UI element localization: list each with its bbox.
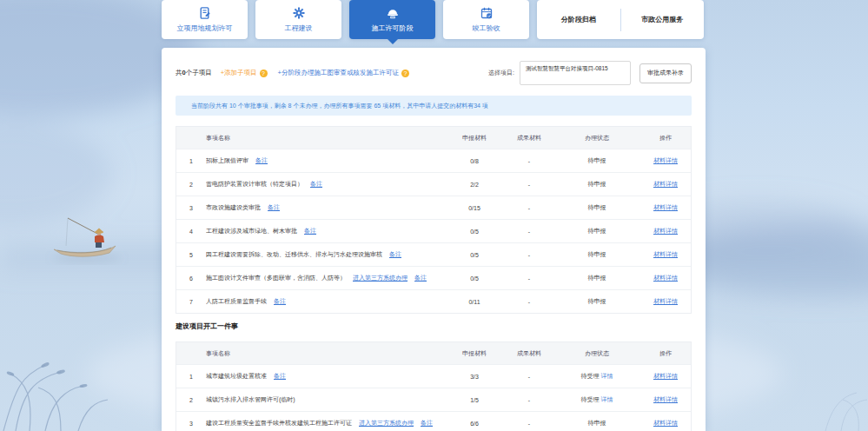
declare-material-count: 3/3	[444, 374, 505, 380]
status-text: 待受理	[581, 373, 600, 379]
item-name-cell: 市政设施建设类审批备注	[206, 203, 444, 212]
calendar-check-icon	[480, 6, 493, 19]
material-detail-link[interactable]: 材料详情	[653, 275, 678, 281]
table-row: 5因工程建设需要拆除、改动、迁移供水、排水与污水处理设施审核备注0/5-待申报材…	[176, 242, 691, 266]
item-name: 雷电防护装置设计审核（特定项目）	[206, 180, 303, 189]
status-text: 待申报	[588, 298, 606, 304]
material-detail-link[interactable]: 材料详情	[653, 251, 678, 257]
help-icon[interactable]: ?	[260, 70, 268, 77]
status-detail-link[interactable]: 详情	[600, 373, 613, 379]
material-detail-link[interactable]: 材料详情	[653, 204, 678, 210]
note-link[interactable]: 备注	[274, 372, 286, 381]
material-detail-link[interactable]: 材料详情	[653, 298, 678, 304]
item-name: 市政设施建设类审批	[206, 203, 261, 212]
status-text: 待申报	[588, 251, 606, 257]
declare-material-count: 6/6	[444, 421, 505, 427]
header-cell-declare: 申报材料	[444, 134, 505, 143]
material-detail-link[interactable]: 材料详情	[653, 157, 678, 163]
gear-icon	[293, 6, 305, 19]
add-subproject-link[interactable]: +添加子项目	[221, 69, 257, 77]
declare-material-count: 1/5	[444, 397, 505, 403]
action-cell: 材料详情	[640, 250, 691, 259]
helmet-icon	[387, 6, 399, 19]
header-cell-status: 办理状态	[553, 134, 640, 143]
toolbar-row: 共0个子项目 +添加子项目 ? +分阶段办理施工图审查或核发施工许可证 ? 选择…	[176, 59, 692, 87]
secondary-tabs: 分阶段归档 市政公用服务	[537, 0, 704, 39]
note-link[interactable]: 备注	[389, 250, 401, 259]
section-title: 建设项目开工一件事	[176, 322, 692, 331]
tab-construction-permit[interactable]: 施工许可阶段	[349, 0, 435, 39]
table-row: 1城市建筑垃圾处置核准备注3/3-待受理 详情材料详情	[176, 364, 691, 388]
material-detail-link[interactable]: 材料详情	[653, 228, 678, 234]
action-cell: 材料详情	[640, 372, 691, 381]
tab-engineering[interactable]: 工程建设	[255, 0, 341, 39]
declare-material-count: 0/5	[444, 229, 505, 235]
row-index: 2	[176, 182, 206, 188]
note-link[interactable]: 备注	[310, 180, 322, 189]
row-index: 4	[176, 229, 206, 235]
doc-edit-icon	[199, 6, 211, 19]
help-icon[interactable]: ?	[401, 70, 409, 77]
table-row: 4工程建设涉及城市绿地、树木审批备注0/5-待申报材料详情	[176, 219, 691, 242]
declare-material-count: 0/15	[444, 205, 505, 211]
note-link[interactable]: 备注	[414, 274, 427, 282]
note-link[interactable]: 备注	[421, 419, 433, 428]
item-name: 建设工程质量安全监督手续并核发建筑工程施工许可证	[206, 419, 352, 428]
status-text: 待申报	[588, 420, 606, 426]
item-name: 招标上限值评审	[206, 156, 248, 165]
result-material-count: -	[505, 421, 553, 427]
item-name-cell: 建设工程质量安全监督手续并核发建筑工程施工许可证进入第三方系统办理备注	[206, 419, 444, 428]
result-material-count: -	[505, 252, 553, 258]
status-cell: 待申报	[553, 274, 640, 282]
result-material-count: -	[505, 158, 553, 164]
row-index: 3	[176, 205, 206, 211]
row-index: 2	[176, 397, 206, 403]
row-index: 1	[176, 374, 206, 380]
tab-completion-acceptance[interactable]: 竣工验收	[443, 0, 529, 39]
status-cell: 待申报	[553, 203, 640, 212]
row-index: 5	[176, 252, 206, 258]
status-text: 待申报	[588, 204, 606, 210]
status-text: 待申报	[588, 228, 606, 234]
tab-label: 工程建设	[285, 23, 313, 33]
project-select-input[interactable]: 测试智慧智慧平台对接项目-0815	[520, 61, 631, 85]
table-header-row: 事项名称申报材料成果材料办理状态操作	[176, 342, 691, 364]
tab-label: 竣工验收	[473, 23, 500, 33]
header-cell-name: 事项名称	[206, 134, 444, 143]
status-cell: 待申报	[553, 227, 640, 235]
material-detail-link[interactable]: 材料详情	[653, 420, 678, 426]
result-material-count: -	[505, 205, 553, 211]
material-detail-link[interactable]: 材料详情	[653, 181, 678, 187]
note-link[interactable]: 备注	[274, 297, 286, 306]
status-text: 待申报	[588, 181, 606, 187]
result-material-count: -	[505, 299, 553, 305]
result-material-count: -	[505, 397, 553, 403]
approval-result-record-button[interactable]: 审批成果补录	[639, 63, 692, 83]
declare-material-count: 0/8	[444, 158, 505, 164]
item-name-cell: 因工程建设需要拆除、改动、迁移供水、排水与污水处理设施审核备注	[206, 250, 444, 259]
declare-material-count: 0/11	[444, 299, 505, 305]
status-cell: 待申报	[553, 419, 640, 428]
note-link[interactable]: 备注	[268, 203, 280, 212]
note-link[interactable]: 备注	[255, 156, 268, 165]
result-material-count: -	[505, 275, 553, 282]
item-name: 城市建筑垃圾处置核准	[206, 372, 267, 381]
third-party-system-link[interactable]: 进入第三方系统办理	[359, 419, 414, 428]
tab-municipal-service[interactable]: 市政公用服务	[621, 15, 705, 24]
item-name-cell: 雷电防护装置设计审核（特定项目）备注	[206, 180, 444, 189]
tab-staged-archive[interactable]: 分阶段归档	[537, 15, 620, 24]
subproject-count: 共0个子项目	[176, 69, 212, 77]
item-name: 工程建设涉及城市绿地、树木审批	[206, 227, 297, 235]
action-cell: 材料详情	[640, 274, 691, 282]
staged-processing-link[interactable]: +分阶段办理施工图审查或核发施工许可证	[278, 69, 399, 77]
note-link[interactable]: 备注	[304, 227, 316, 235]
status-cell: 待申报	[553, 250, 640, 259]
status-cell: 待申报	[553, 297, 640, 306]
material-detail-link[interactable]: 材料详情	[653, 396, 678, 402]
third-party-system-link[interactable]: 进入第三方系统办理	[353, 274, 407, 282]
stage-tabbar: 立项用地规划许可 工程建设	[162, 0, 704, 39]
table-row: 2城镇污水排入排水管网许可(临时)1/5-待受理 详情材料详情	[176, 388, 691, 411]
tab-land-planning[interactable]: 立项用地规划许可	[162, 0, 248, 39]
status-detail-link[interactable]: 详情	[600, 396, 613, 402]
material-detail-link[interactable]: 材料详情	[653, 373, 678, 379]
